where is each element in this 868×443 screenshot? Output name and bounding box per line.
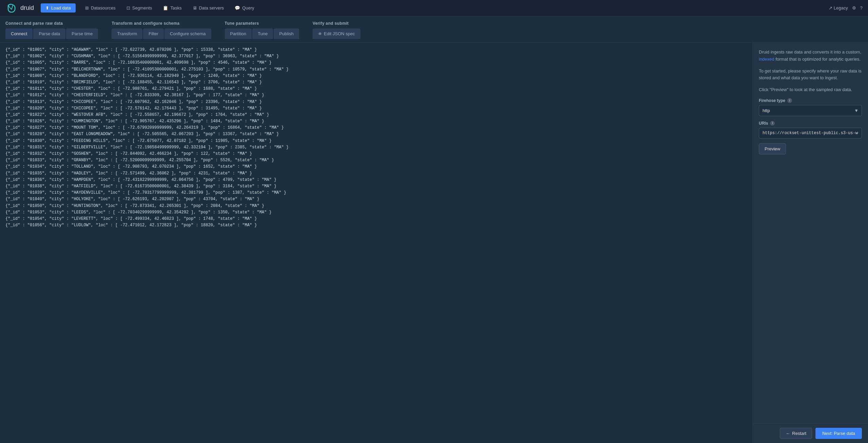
data-line: {"_id" : "01033", "city" : "GRANBY", "lo… [5, 157, 747, 164]
tab-edit-json-spec[interactable]: 👁 Edit JSON spec [313, 28, 360, 39]
data-line: {"_id" : "01034", "city" : "TOLLAND", "l… [5, 164, 747, 170]
firehose-label: Firehose type i [759, 98, 862, 103]
tab-partition[interactable]: Partition [225, 28, 252, 39]
data-line: {"_id" : "01035", "city" : "HADLEY", "lo… [5, 170, 747, 177]
data-line: {"_id" : "01020", "city" : "CHICOPEE", "… [5, 105, 747, 112]
load-data-button[interactable]: ⬆ Load data [41, 3, 76, 13]
segments-label: Segments [132, 5, 152, 10]
data-line: {"_id" : "01012", "city" : "CHESTERFIELD… [5, 92, 747, 99]
nav-query[interactable]: 💬 Query [231, 3, 258, 13]
nav-right-area: ↗ Legacy ⚙ ? [829, 5, 863, 10]
tab-transform[interactable]: Transform [112, 28, 142, 39]
datasources-label: Datasources [91, 5, 116, 10]
data-line: {"_id" : "01028", "city" : "EAST LONGMEA… [5, 131, 747, 138]
bottom-bar: ← Restart Next: Parse data [753, 423, 868, 443]
uris-label: URIs i [759, 121, 862, 126]
external-link-icon: ↗ [829, 5, 832, 10]
data-line: {"_id" : "01036", "city" : "HAMPDEN", "l… [5, 177, 747, 183]
top-navigation: druid ⬆ Load data ⊞ Datasources ⊡ Segmen… [0, 0, 868, 16]
preview-button[interactable]: Preview [759, 143, 786, 154]
tasks-icon: 📋 [163, 5, 168, 10]
main-content: {"_id" : "01001", "city" : "AGAWAM", "lo… [0, 43, 868, 443]
tab-connect[interactable]: Connect [5, 28, 33, 39]
restart-label: Restart [792, 431, 806, 436]
data-line: {"_id" : "01031", "city" : "GILBERTVILLE… [5, 144, 747, 151]
tab-filter[interactable]: Filter [143, 28, 164, 39]
firehose-select-wrapper: http local static inline ▼ [759, 105, 862, 116]
data-line: {"_id" : "01040", "city" : "HOLYOKE", "l… [5, 196, 747, 203]
info-block: Druid ingests raw data and converts it i… [759, 49, 862, 63]
step-tabs-connect: Connect Parse data Parse time [5, 28, 98, 39]
step-group-transform: Transform and configure schema Transform… [112, 21, 211, 39]
data-servers-label: Data servers [199, 5, 224, 10]
step-group-transform-label: Transform and configure schema [112, 21, 211, 26]
tasks-label: Tasks [170, 5, 181, 10]
firehose-type-field: Firehose type i http local static inline… [759, 98, 862, 116]
right-sidebar: Druid ingests raw data and converts it i… [753, 43, 868, 443]
nav-data-servers[interactable]: 🖥 Data servers [189, 3, 228, 13]
data-line: {"_id" : "01007", "city" : "BELCHERTOWN"… [5, 66, 747, 73]
nav-tasks[interactable]: 📋 Tasks [159, 3, 185, 13]
datasources-icon: ⊞ [85, 5, 89, 10]
eye-icon: 👁 [318, 31, 322, 36]
data-panel: {"_id" : "01001", "city" : "AGAWAM", "lo… [0, 43, 753, 443]
data-line: {"_id" : "01039", "city" : "HAYDENVILLE"… [5, 190, 747, 196]
data-line: {"_id" : "01013", "city" : "CHICOPEE", "… [5, 99, 747, 105]
data-line: {"_id" : "01011", "city" : "CHESTER", "l… [5, 86, 747, 92]
step-group-verify: Verify and submit 👁 Edit JSON spec [313, 21, 360, 39]
step-group-tune: Tune parameters Partition Tune Publish [225, 21, 299, 39]
data-line: {"_id" : "01010", "city" : "BRIMFIELD", … [5, 79, 747, 86]
steps-groups: Connect and parse raw data Connect Parse… [5, 21, 863, 39]
app-name: druid [20, 4, 34, 12]
nav-settings[interactable]: ⚙ [852, 5, 856, 10]
step-tabs-transform: Transform Filter Configure schema [112, 28, 211, 39]
indexed-link[interactable]: indexed [759, 57, 774, 62]
info-text-4: Click "Preview" to look at the sampled r… [759, 86, 862, 93]
firehose-info-icon[interactable]: i [787, 98, 792, 103]
data-line: {"_id" : "01002", "city" : "CUSHMAN", "l… [5, 53, 747, 60]
nav-legacy[interactable]: ↗ Legacy [829, 5, 848, 10]
uris-field: URIs i [759, 121, 862, 139]
step-tabs-tune: Partition Tune Publish [225, 28, 299, 39]
load-data-icon: ⬆ [45, 5, 49, 10]
firehose-select[interactable]: http local static inline [759, 105, 862, 116]
data-line: {"_id" : "01030", "city" : "FEEDING HILL… [5, 138, 747, 144]
uris-input[interactable] [759, 128, 862, 139]
step-group-verify-label: Verify and submit [313, 21, 360, 26]
tab-parse-time[interactable]: Parse time [66, 28, 98, 39]
druid-logo-icon [5, 2, 18, 14]
step-tabs-verify: 👁 Edit JSON spec [313, 28, 360, 39]
load-data-label: Load data [51, 5, 71, 10]
info-text-3: To get started, please specify where you… [759, 68, 862, 82]
data-line: {"_id" : "01050", "city" : "HUNTINGTON",… [5, 203, 747, 209]
arrow-left-icon: ← [786, 431, 790, 436]
nav-help[interactable]: ? [860, 5, 863, 10]
restart-button[interactable]: ← Restart [780, 428, 812, 439]
gear-icon: ⚙ [852, 5, 856, 10]
query-icon: 💬 [235, 5, 240, 10]
tab-tune[interactable]: Tune [252, 28, 273, 39]
step-group-connect-label: Connect and parse raw data [5, 21, 98, 26]
tab-configure-schema[interactable]: Configure schema [164, 28, 211, 39]
nav-segments[interactable]: ⊡ Segments [122, 3, 156, 13]
data-line: {"_id" : "01038", "city" : "HATFIELD", "… [5, 183, 747, 190]
data-line: {"_id" : "01026", "city" : "CUMMINGTON",… [5, 118, 747, 125]
tab-publish[interactable]: Publish [274, 28, 299, 39]
tab-parse-data[interactable]: Parse data [33, 28, 65, 39]
data-line: {"_id" : "01001", "city" : "AGAWAM", "lo… [5, 47, 747, 53]
data-line: {"_id" : "01005", "city" : "BARRE", "loc… [5, 60, 747, 66]
data-servers-icon: 🖥 [193, 5, 197, 10]
info-text-1: Druid ingests raw data and converts it i… [759, 49, 861, 55]
steps-bar: Connect and parse raw data Connect Parse… [0, 16, 868, 43]
data-line: {"_id" : "01027", "city" : "MOUNT TOM", … [5, 125, 747, 131]
data-line: {"_id" : "01053", "city" : "LEEDS", "loc… [5, 209, 747, 216]
data-line: {"_id" : "01056", "city" : "LUDLOW", "lo… [5, 222, 747, 229]
info-text-2: format that is optimized for analytic qu… [774, 57, 861, 62]
next-button[interactable]: Next: Parse data [815, 428, 862, 439]
nav-datasources[interactable]: ⊞ Datasources [81, 3, 120, 13]
data-line: {"_id" : "01022", "city" : "WESTOVER AFB… [5, 112, 747, 118]
uris-info-icon[interactable]: i [770, 121, 775, 126]
step-group-connect: Connect and parse raw data Connect Parse… [5, 21, 98, 39]
segments-icon: ⊡ [126, 5, 130, 10]
query-label: Query [242, 5, 254, 10]
